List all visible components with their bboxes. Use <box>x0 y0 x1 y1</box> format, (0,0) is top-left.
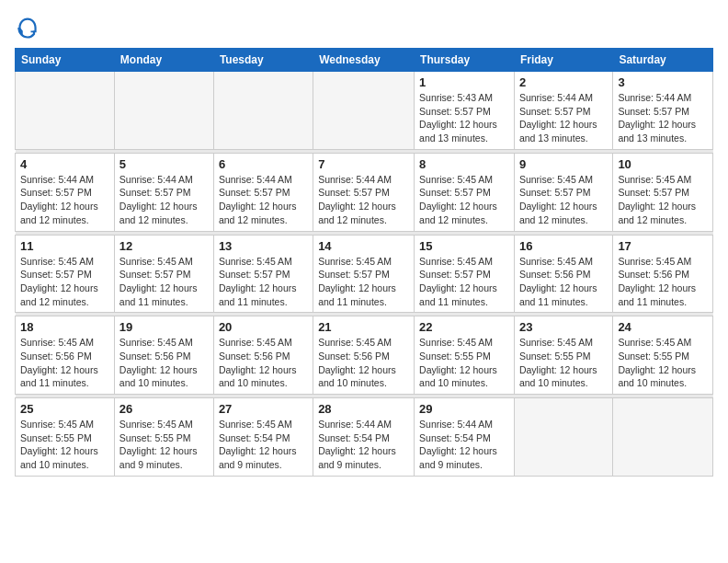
day-number: 19 <box>119 320 209 334</box>
calendar-cell: 11Sunrise: 5:45 AM Sunset: 5:57 PM Dayli… <box>16 235 115 313</box>
day-info: Sunrise: 5:44 AM Sunset: 5:57 PM Dayligh… <box>318 173 409 227</box>
calendar-cell <box>313 72 415 150</box>
calendar-cell: 16Sunrise: 5:45 AM Sunset: 5:56 PM Dayli… <box>514 235 612 313</box>
day-number: 5 <box>119 157 209 171</box>
day-number: 18 <box>20 320 109 334</box>
day-number: 27 <box>219 402 308 416</box>
calendar-week-row: 18Sunrise: 5:45 AM Sunset: 5:56 PM Dayli… <box>16 316 713 395</box>
calendar-cell: 27Sunrise: 5:45 AM Sunset: 5:54 PM Dayli… <box>213 398 313 477</box>
weekday-header: Saturday <box>613 49 713 72</box>
calendar-week-row: 11Sunrise: 5:45 AM Sunset: 5:57 PM Dayli… <box>16 235 713 313</box>
day-info: Sunrise: 5:45 AM Sunset: 5:56 PM Dayligh… <box>519 255 608 309</box>
day-info: Sunrise: 5:45 AM Sunset: 5:54 PM Dayligh… <box>219 418 308 472</box>
day-number: 15 <box>419 239 509 253</box>
calendar-cell: 1Sunrise: 5:43 AM Sunset: 5:57 PM Daylig… <box>415 72 515 150</box>
day-info: Sunrise: 5:44 AM Sunset: 5:57 PM Dayligh… <box>219 173 308 227</box>
weekday-header-row: SundayMondayTuesdayWednesdayThursdayFrid… <box>16 49 713 72</box>
calendar-cell: 29Sunrise: 5:44 AM Sunset: 5:54 PM Dayli… <box>415 398 515 477</box>
day-number: 8 <box>419 157 509 171</box>
day-info: Sunrise: 5:45 AM Sunset: 5:56 PM Dayligh… <box>318 336 409 390</box>
calendar-cell <box>16 72 115 150</box>
calendar-cell <box>213 72 313 150</box>
logo <box>15 15 44 40</box>
day-number: 22 <box>419 320 509 334</box>
day-info: Sunrise: 5:45 AM Sunset: 5:57 PM Dayligh… <box>419 173 509 227</box>
calendar-cell: 4Sunrise: 5:44 AM Sunset: 5:57 PM Daylig… <box>16 153 115 231</box>
calendar-cell: 15Sunrise: 5:45 AM Sunset: 5:57 PM Dayli… <box>415 235 515 313</box>
day-number: 4 <box>20 157 109 171</box>
logo-icon <box>15 15 40 40</box>
calendar-cell <box>114 72 213 150</box>
day-info: Sunrise: 5:45 AM Sunset: 5:55 PM Dayligh… <box>20 418 109 472</box>
day-number: 23 <box>519 320 608 334</box>
day-info: Sunrise: 5:45 AM Sunset: 5:57 PM Dayligh… <box>119 255 209 309</box>
day-number: 28 <box>318 402 409 416</box>
calendar-cell: 17Sunrise: 5:45 AM Sunset: 5:56 PM Dayli… <box>613 235 713 313</box>
day-number: 14 <box>318 239 409 253</box>
calendar-cell: 18Sunrise: 5:45 AM Sunset: 5:56 PM Dayli… <box>16 316 115 395</box>
calendar-cell: 24Sunrise: 5:45 AM Sunset: 5:55 PM Dayli… <box>613 316 713 395</box>
day-number: 13 <box>219 239 308 253</box>
weekday-header: Thursday <box>415 49 515 72</box>
day-info: Sunrise: 5:45 AM Sunset: 5:56 PM Dayligh… <box>618 255 708 309</box>
day-info: Sunrise: 5:44 AM Sunset: 5:57 PM Dayligh… <box>519 91 608 145</box>
day-number: 21 <box>318 320 409 334</box>
calendar-cell: 23Sunrise: 5:45 AM Sunset: 5:55 PM Dayli… <box>514 316 612 395</box>
calendar-cell: 21Sunrise: 5:45 AM Sunset: 5:56 PM Dayli… <box>313 316 415 395</box>
calendar-cell: 6Sunrise: 5:44 AM Sunset: 5:57 PM Daylig… <box>213 153 313 231</box>
day-info: Sunrise: 5:44 AM Sunset: 5:57 PM Dayligh… <box>119 173 209 227</box>
day-info: Sunrise: 5:45 AM Sunset: 5:56 PM Dayligh… <box>119 336 209 390</box>
calendar-cell: 12Sunrise: 5:45 AM Sunset: 5:57 PM Dayli… <box>114 235 213 313</box>
day-info: Sunrise: 5:45 AM Sunset: 5:57 PM Dayligh… <box>20 255 109 309</box>
calendar-cell: 14Sunrise: 5:45 AM Sunset: 5:57 PM Dayli… <box>313 235 415 313</box>
day-info: Sunrise: 5:45 AM Sunset: 5:55 PM Dayligh… <box>618 336 708 390</box>
calendar-cell: 20Sunrise: 5:45 AM Sunset: 5:56 PM Dayli… <box>213 316 313 395</box>
day-number: 11 <box>20 239 109 253</box>
calendar-cell: 22Sunrise: 5:45 AM Sunset: 5:55 PM Dayli… <box>415 316 515 395</box>
calendar-table: SundayMondayTuesdayWednesdayThursdayFrid… <box>15 48 713 477</box>
calendar-cell <box>613 398 713 477</box>
day-info: Sunrise: 5:45 AM Sunset: 5:56 PM Dayligh… <box>20 336 109 390</box>
calendar-cell: 9Sunrise: 5:45 AM Sunset: 5:57 PM Daylig… <box>514 153 612 231</box>
calendar-cell: 28Sunrise: 5:44 AM Sunset: 5:54 PM Dayli… <box>313 398 415 477</box>
day-info: Sunrise: 5:45 AM Sunset: 5:55 PM Dayligh… <box>419 336 509 390</box>
day-info: Sunrise: 5:45 AM Sunset: 5:57 PM Dayligh… <box>618 173 708 227</box>
calendar-cell: 19Sunrise: 5:45 AM Sunset: 5:56 PM Dayli… <box>114 316 213 395</box>
day-info: Sunrise: 5:45 AM Sunset: 5:57 PM Dayligh… <box>219 255 308 309</box>
day-number: 25 <box>20 402 109 416</box>
day-info: Sunrise: 5:44 AM Sunset: 5:57 PM Dayligh… <box>618 91 708 145</box>
calendar-cell <box>514 398 612 477</box>
day-number: 3 <box>618 75 708 89</box>
calendar-week-row: 25Sunrise: 5:45 AM Sunset: 5:55 PM Dayli… <box>16 398 713 477</box>
day-number: 29 <box>419 402 509 416</box>
calendar-cell: 8Sunrise: 5:45 AM Sunset: 5:57 PM Daylig… <box>415 153 515 231</box>
day-info: Sunrise: 5:45 AM Sunset: 5:56 PM Dayligh… <box>219 336 308 390</box>
day-number: 20 <box>219 320 308 334</box>
day-info: Sunrise: 5:44 AM Sunset: 5:54 PM Dayligh… <box>318 418 409 472</box>
day-number: 16 <box>519 239 608 253</box>
calendar-cell: 26Sunrise: 5:45 AM Sunset: 5:55 PM Dayli… <box>114 398 213 477</box>
day-number: 17 <box>618 239 708 253</box>
calendar-cell: 3Sunrise: 5:44 AM Sunset: 5:57 PM Daylig… <box>613 72 713 150</box>
weekday-header: Tuesday <box>213 49 313 72</box>
day-number: 7 <box>318 157 409 171</box>
day-info: Sunrise: 5:44 AM Sunset: 5:57 PM Dayligh… <box>20 173 109 227</box>
weekday-header: Wednesday <box>313 49 415 72</box>
day-number: 26 <box>119 402 209 416</box>
day-number: 10 <box>618 157 708 171</box>
day-number: 2 <box>519 75 608 89</box>
calendar-cell: 2Sunrise: 5:44 AM Sunset: 5:57 PM Daylig… <box>514 72 612 150</box>
day-info: Sunrise: 5:45 AM Sunset: 5:55 PM Dayligh… <box>119 418 209 472</box>
day-number: 1 <box>419 75 509 89</box>
calendar-week-row: 1Sunrise: 5:43 AM Sunset: 5:57 PM Daylig… <box>16 72 713 150</box>
weekday-header: Friday <box>514 49 612 72</box>
calendar-cell: 10Sunrise: 5:45 AM Sunset: 5:57 PM Dayli… <box>613 153 713 231</box>
day-number: 12 <box>119 239 209 253</box>
calendar-cell: 5Sunrise: 5:44 AM Sunset: 5:57 PM Daylig… <box>114 153 213 231</box>
day-info: Sunrise: 5:45 AM Sunset: 5:57 PM Dayligh… <box>419 255 509 309</box>
day-number: 24 <box>618 320 708 334</box>
day-info: Sunrise: 5:45 AM Sunset: 5:57 PM Dayligh… <box>318 255 409 309</box>
day-info: Sunrise: 5:45 AM Sunset: 5:55 PM Dayligh… <box>519 336 608 390</box>
page-header <box>15 15 713 40</box>
calendar-cell: 25Sunrise: 5:45 AM Sunset: 5:55 PM Dayli… <box>16 398 115 477</box>
